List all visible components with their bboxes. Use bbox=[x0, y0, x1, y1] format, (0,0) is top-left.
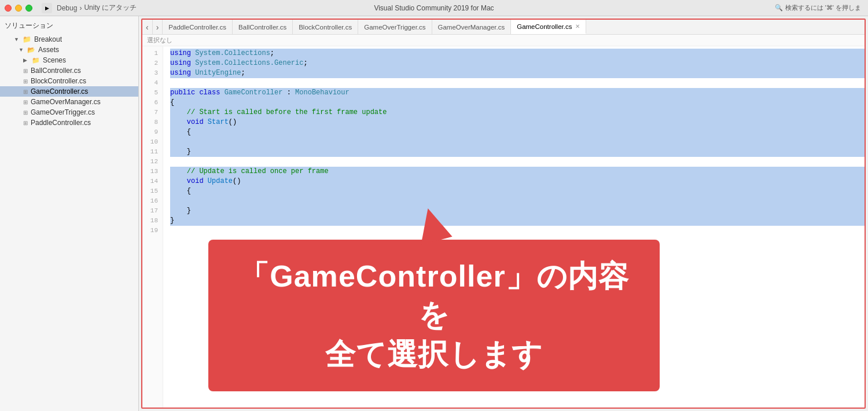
code-editor[interactable]: 12345678910111213141516171819 using Syst… bbox=[142, 46, 865, 408]
line-number: 3 bbox=[142, 68, 163, 78]
title-bar: ▶ Debug › Unity にアタッチ Visual Studio Comm… bbox=[0, 0, 868, 16]
breadcrumb: Debug › Unity にアタッチ bbox=[57, 3, 137, 13]
tab-gameovertrigger[interactable]: GameOverTrigger.cs bbox=[358, 20, 432, 34]
attach-label: Unity にアタッチ bbox=[84, 3, 137, 13]
code-line: } bbox=[170, 147, 865, 157]
play-button[interactable]: ▶ bbox=[42, 3, 52, 13]
tab-gameovermanager[interactable]: GameOverManager.cs bbox=[432, 20, 512, 34]
file-icon: ⊞ bbox=[23, 78, 28, 85]
editor-area: ‹ › PaddleController.cs BallController.c… bbox=[141, 19, 866, 409]
sidebar-item-gamecontroller[interactable]: ⊞ GameController.cs bbox=[0, 86, 138, 97]
line-number: 13 bbox=[142, 167, 163, 177]
code-line bbox=[170, 226, 865, 236]
code-line: using System.Collections.Generic; bbox=[170, 58, 865, 68]
main-layout: ソリューション ▼ 📁 Breakout ▼ 📂 Assets ▶ 📁 Scen… bbox=[0, 16, 868, 411]
tabs-bar: ‹ › PaddleController.cs BallController.c… bbox=[142, 20, 865, 35]
sidebar-item-scenes[interactable]: ▶ 📁 Scenes bbox=[0, 55, 138, 65]
line-number: 1 bbox=[142, 49, 163, 58]
expand-arrow-icon: ▶ bbox=[23, 57, 29, 63]
sidebar-item-gameovertrigger[interactable]: ⊞ GameOverTrigger.cs bbox=[0, 107, 138, 118]
sidebar: ソリューション ▼ 📁 Breakout ▼ 📂 Assets ▶ 📁 Scen… bbox=[0, 16, 139, 411]
file-icon: ⊞ bbox=[23, 109, 28, 116]
line-number: 14 bbox=[142, 177, 163, 186]
code-line bbox=[170, 78, 865, 88]
line-number: 5 bbox=[142, 88, 163, 98]
sidebar-item-breakout[interactable]: ▼ 📁 Breakout bbox=[0, 34, 138, 45]
search-area: 🔍 検索するには '⌘' を押しま bbox=[775, 3, 861, 12]
code-line bbox=[170, 196, 865, 206]
search-icon: 🔍 bbox=[775, 4, 783, 12]
file-icon: ⊞ bbox=[23, 68, 28, 74]
solution-icon: 📁 bbox=[23, 35, 31, 43]
sidebar-item-assets[interactable]: ▼ 📂 Assets bbox=[0, 45, 138, 55]
line-number: 4 bbox=[142, 78, 163, 88]
line-number: 2 bbox=[142, 58, 163, 68]
code-line bbox=[170, 157, 865, 167]
line-number: 8 bbox=[142, 118, 163, 127]
tab-close-icon[interactable]: ✕ bbox=[575, 23, 580, 30]
line-numbers: 12345678910111213141516171819 bbox=[142, 46, 163, 408]
tab-prev-button[interactable]: ‹ bbox=[142, 20, 153, 34]
line-number: 9 bbox=[142, 127, 163, 137]
line-number: 12 bbox=[142, 157, 163, 167]
tab-blockcontroller[interactable]: BlockController.cs bbox=[293, 20, 358, 34]
tab-gamecontroller[interactable]: GameController.cs ✕ bbox=[511, 20, 586, 34]
code-line: { bbox=[170, 127, 865, 137]
expand-arrow-icon: ▼ bbox=[14, 36, 20, 42]
sidebar-item-blockcontroller[interactable]: ⊞ BlockController.cs bbox=[0, 76, 138, 86]
code-line: using System.Collections; bbox=[170, 49, 865, 58]
line-number: 10 bbox=[142, 137, 163, 147]
file-icon: ⊞ bbox=[23, 89, 28, 95]
line-number: 7 bbox=[142, 108, 163, 118]
sidebar-item-gameovermanager[interactable]: ⊞ GameOverManager.cs bbox=[0, 97, 138, 107]
app-title: Visual Studio Community 2019 for Mac bbox=[374, 4, 494, 12]
sidebar-item-ballcontroller[interactable]: ⊞ BallController.cs bbox=[0, 65, 138, 76]
code-line: void Start() bbox=[170, 118, 865, 127]
line-number: 17 bbox=[142, 206, 163, 216]
code-line: // Start is called before the first fram… bbox=[170, 108, 865, 118]
close-button[interactable] bbox=[5, 5, 12, 12]
selection-label: 選択なし bbox=[142, 35, 865, 46]
minimize-button[interactable] bbox=[15, 5, 22, 12]
folder-icon: 📁 bbox=[32, 57, 40, 64]
line-number: 18 bbox=[142, 216, 163, 226]
expand-arrow-icon: ▼ bbox=[19, 47, 24, 53]
code-lines: using System.Collections;using System.Co… bbox=[163, 46, 865, 408]
file-icon: ⊞ bbox=[23, 120, 28, 126]
line-number: 15 bbox=[142, 186, 163, 196]
sidebar-header: ソリューション bbox=[0, 19, 138, 33]
maximize-button[interactable] bbox=[25, 5, 32, 12]
line-number: 16 bbox=[142, 196, 163, 206]
code-line bbox=[170, 137, 865, 147]
code-line: // Update is called once per frame bbox=[170, 167, 865, 177]
line-number: 11 bbox=[142, 147, 163, 157]
debug-label: Debug bbox=[57, 4, 77, 12]
tab-next-button[interactable]: › bbox=[153, 20, 163, 34]
sidebar-tree: ▼ 📁 Breakout ▼ 📂 Assets ▶ 📁 Scenes ⊞ Bal… bbox=[0, 33, 138, 129]
line-number: 6 bbox=[142, 98, 163, 108]
code-line: public class GameController : MonoBehavi… bbox=[170, 88, 865, 98]
sidebar-item-paddlecontroller[interactable]: ⊞ PaddleController.cs bbox=[0, 118, 138, 128]
tab-ballcontroller[interactable]: BallController.cs bbox=[233, 20, 293, 34]
code-line: } bbox=[170, 216, 865, 226]
code-line: { bbox=[170, 186, 865, 196]
code-line: void Update() bbox=[170, 177, 865, 186]
file-icon: ⊞ bbox=[23, 99, 28, 105]
traffic-lights bbox=[5, 5, 32, 12]
line-number: 19 bbox=[142, 226, 163, 236]
code-line: } bbox=[170, 206, 865, 216]
code-line: { bbox=[170, 98, 865, 108]
code-line: using UnityEngine; bbox=[170, 68, 865, 78]
tab-paddlecontroller[interactable]: PaddleController.cs bbox=[163, 20, 233, 34]
folder-icon: 📂 bbox=[27, 46, 35, 54]
